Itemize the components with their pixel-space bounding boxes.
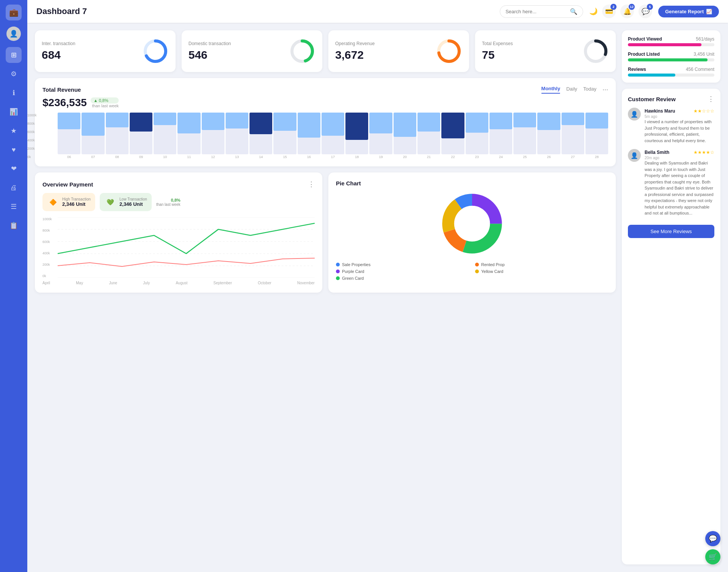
donut-1	[289, 38, 315, 64]
bar-col: 26	[537, 113, 560, 159]
page-title: Dashboard 7	[36, 6, 494, 16]
see-more-reviews-button[interactable]: See More Reviews	[628, 225, 714, 238]
high-txn-label: High Transaction	[62, 197, 91, 201]
metric-product-viewed: Product Viewed 561/days	[628, 36, 714, 46]
bar-col: 20	[394, 113, 416, 159]
float-cart-btn[interactable]: 🛒	[705, 549, 720, 564]
reviews-more-btn[interactable]: ⋮	[708, 95, 714, 103]
donut-2	[436, 38, 462, 64]
bar-col: 07	[82, 113, 104, 159]
bar-col: 17	[322, 113, 344, 159]
bell-badge: 12	[629, 4, 635, 10]
sidebar-item-info[interactable]: ℹ	[6, 85, 22, 101]
floating-buttons: 💬 🛒	[705, 531, 720, 564]
overview-payment-card: Overview Payment ⋮ 🔶 High Transaction 2,…	[35, 172, 322, 293]
sidebar-item-heart2[interactable]: ❤	[6, 161, 22, 177]
search-box[interactable]: 🔍	[500, 5, 583, 18]
metric-reviews: Reviews 456 Comment	[628, 67, 714, 77]
bar-col: 12	[202, 113, 224, 159]
low-txn-icon: 💚	[104, 196, 116, 208]
bar-col: 11	[177, 113, 200, 159]
bar-col: 16	[298, 113, 320, 159]
review-avatar-1: 👤	[628, 149, 641, 162]
search-input[interactable]	[505, 9, 567, 14]
low-txn-label: Low Transaction	[119, 197, 147, 201]
left-panel: Inter. transaction 684 Domestic transact…	[35, 30, 616, 564]
bottom-section: Overview Payment ⋮ 🔶 High Transaction 2,…	[35, 172, 616, 293]
user-avatar[interactable]: 👤	[6, 27, 21, 41]
bar-col: 22	[441, 113, 464, 159]
float-chat-btn[interactable]: 💬	[705, 531, 720, 546]
stat-card-inter-transaction: Inter. transaction 684	[35, 30, 176, 72]
pie-chart-card: Pie Chart	[328, 172, 616, 293]
wallet-badge: 2	[610, 4, 617, 10]
legend-rented-prop: Rented Prop	[475, 262, 608, 267]
stat-value-3: 75	[482, 49, 513, 61]
revenue-more-btn[interactable]: ···	[602, 86, 608, 94]
legend-green-card: Green Card	[336, 276, 469, 281]
stat-card-total-expenses: Total Expenses 75	[475, 30, 616, 72]
overview-title: Overview Payment	[42, 181, 93, 188]
chart-y-labels: 1000k 800k 600k 400k 200k 0k	[27, 113, 37, 159]
bar-col: 27	[562, 113, 584, 159]
bar-col: 23	[466, 113, 488, 159]
sidebar-item-star[interactable]: ★	[6, 123, 22, 139]
wallet-btn[interactable]: 💳 2	[602, 5, 616, 18]
bar-col: 09	[130, 113, 152, 159]
overview-more-btn[interactable]: ⋮	[308, 180, 315, 188]
tab-daily[interactable]: Daily	[566, 86, 577, 93]
sidebar-logo[interactable]: 💼	[6, 5, 22, 20]
header-icons: 🌙 💳 2 🔔 12 💬 5	[589, 5, 652, 18]
pie-chart-svg	[438, 190, 506, 258]
stat-value-0: 684	[42, 49, 75, 61]
legend-purple-card: Purple Card	[336, 269, 469, 274]
sidebar-item-heart[interactable]: ♥	[6, 142, 22, 158]
stat-value-1: 546	[188, 49, 231, 61]
stat-card-operating-revenue: Operating Revenue 3,672	[328, 30, 469, 72]
sidebar-item-dashboard[interactable]: ⊞	[6, 47, 22, 63]
overview-line-chart	[58, 217, 315, 278]
tab-today[interactable]: Today	[583, 86, 596, 93]
transaction-badges: 🔶 High Transaction 2,346 Unit 💚 Low Tran…	[42, 193, 315, 211]
stat-card-domestic-transaction: Domestic transaction 546	[182, 30, 322, 72]
revenue-title: Total Revenue	[42, 86, 81, 93]
legend-yellow-card: Yellow Card	[475, 269, 608, 274]
high-txn-icon: 🔶	[47, 196, 59, 208]
generate-report-button[interactable]: Generate Report 📈	[658, 6, 719, 17]
revenue-tabs: Monthly Daily Today	[541, 86, 596, 94]
overview-trend-pct: 0,8%	[171, 198, 180, 202]
bell-btn[interactable]: 🔔 12	[620, 5, 634, 18]
low-txn-value: 2,346 Unit	[119, 201, 147, 207]
bar-col: 25	[513, 113, 536, 159]
sidebar-item-settings[interactable]: ⚙	[6, 66, 22, 82]
bar-col: 19	[369, 113, 392, 159]
moon-icon[interactable]: 🌙	[589, 7, 598, 16]
revenue-bar-chart-wrapper: 1000k 800k 600k 400k 200k 0k 06070809101…	[42, 113, 608, 159]
revenue-amount: $236,535	[42, 97, 87, 109]
sidebar-item-menu[interactable]: ☰	[6, 199, 22, 215]
review-avatar-0: 👤	[628, 108, 641, 121]
sidebar-item-analytics[interactable]: 📊	[6, 104, 22, 120]
main-content: Dashboard 7 🔍 🌙 💳 2 🔔 12 💬 5 Generate Re…	[27, 0, 728, 572]
customer-review-card: Customer Review ⋮ 👤 Hawkins Maru ★★☆☆☆ 5…	[622, 89, 720, 564]
pie-legend: Sale Properties Rented Prop Purple Card	[336, 262, 608, 281]
revenue-bar-chart: 0607080910111213141516171819202122232425…	[58, 113, 608, 159]
search-icon: 🔍	[570, 8, 577, 15]
donut-3	[582, 38, 609, 64]
tab-monthly[interactable]: Monthly	[541, 86, 560, 94]
review-item-0: 👤 Hawkins Maru ★★☆☆☆ 5m ago I viewed a n…	[628, 108, 714, 144]
stat-label-1: Domestic transaction	[188, 41, 231, 46]
bar-col: 21	[417, 113, 440, 159]
chat-btn[interactable]: 💬 5	[639, 5, 652, 18]
bar-col: 18	[345, 113, 368, 159]
bar-col: 13	[226, 113, 248, 159]
bar-col: 10	[154, 113, 176, 159]
overview-x-labels: April May June July August September Oct…	[42, 281, 315, 285]
sidebar-item-list[interactable]: 📋	[6, 218, 22, 234]
low-transaction-badge: 💚 Low Transaction 2,346 Unit	[100, 193, 152, 211]
bar-col: 06	[58, 113, 80, 159]
header: Dashboard 7 🔍 🌙 💳 2 🔔 12 💬 5 Generate Re…	[27, 0, 728, 23]
content-area: Inter. transaction 684 Domestic transact…	[27, 23, 728, 572]
high-transaction-badge: 🔶 High Transaction 2,346 Unit	[42, 193, 95, 211]
sidebar-item-print[interactable]: 🖨	[6, 180, 22, 196]
